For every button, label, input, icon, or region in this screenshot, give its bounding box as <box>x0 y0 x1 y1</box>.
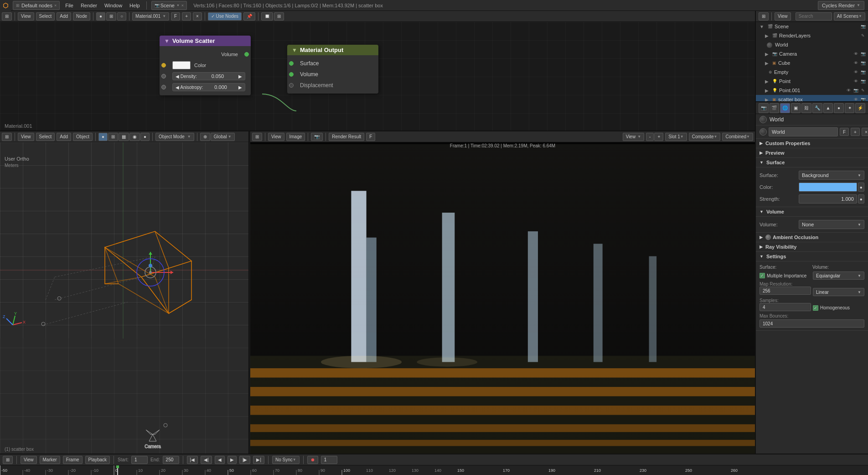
render-result-name[interactable]: Render Result <box>329 133 364 141</box>
render-view-type[interactable]: ⊞ <box>252 133 262 141</box>
outliner-item-scatterbox[interactable]: ▶ ▣ scatter box 👁 📷 <box>756 95 868 101</box>
node-volume-scatter[interactable]: ▼ Volume Scatter Volume Color <box>160 36 251 95</box>
viewport-mode-wire[interactable]: ⊞ <box>108 133 118 141</box>
scene-selector[interactable]: 📷 Scene ▼ × <box>151 1 187 10</box>
prop-scene-icon[interactable]: 🎬 <box>770 103 780 113</box>
socket-input-color[interactable] <box>161 63 166 68</box>
outliner-type[interactable]: ⊞ <box>759 12 769 21</box>
socket-input-disp[interactable] <box>289 83 294 88</box>
volume-header[interactable]: ▼ Volume <box>756 207 868 217</box>
world-del-btn[interactable]: × <box>862 128 868 136</box>
viewport-mode-tex[interactable]: ▦ <box>119 133 129 141</box>
object-mode-selector[interactable]: Object Mode ▼ <box>155 133 194 141</box>
jump-start-btn[interactable]: |◀ <box>187 456 198 464</box>
menu-render[interactable]: Render <box>77 0 101 11</box>
socket-input-density[interactable] <box>161 74 166 78</box>
max-bounces-input[interactable]: 1024 <box>760 319 864 328</box>
preview-header[interactable]: ▶ Preview <box>756 148 868 158</box>
menu-file[interactable]: File <box>62 0 77 11</box>
render-pin[interactable]: F <box>366 133 375 141</box>
select-menu[interactable]: Select <box>36 12 55 21</box>
timeline-view[interactable]: View <box>21 456 37 464</box>
use-pinned-btn[interactable]: 📌 <box>243 12 255 21</box>
strength-input[interactable]: 1.000 <box>799 194 857 204</box>
timeline-playback[interactable]: Playback <box>85 456 110 464</box>
current-frame[interactable]: 1 <box>321 456 337 464</box>
viewport-select[interactable]: Select <box>36 133 55 141</box>
outliner-view[interactable]: View <box>775 12 791 21</box>
linear-dropdown[interactable]: Linear ▼ <box>813 288 864 296</box>
color-picker[interactable] <box>799 183 857 192</box>
anisotropy-field[interactable]: ◀ Anisotropy: 0.000 ▶ <box>172 83 245 91</box>
del-datablock[interactable]: × <box>193 12 202 21</box>
viewport-mode-mat[interactable]: ◉ <box>129 133 140 141</box>
color-node-btn[interactable]: ● <box>858 183 864 192</box>
node-type-comp[interactable]: ○ <box>117 12 126 21</box>
end-frame[interactable]: 250 <box>163 456 179 464</box>
viewport-add[interactable]: Add <box>57 133 71 141</box>
editor-type-selector[interactable]: ⊞ Default nodes × <box>13 1 60 10</box>
volume-dropdown[interactable]: None ▼ <box>799 220 864 229</box>
use-nodes-btn[interactable]: ✓ Use Nodes <box>208 12 242 21</box>
viewport-type[interactable]: ⊞ <box>2 133 12 141</box>
world-add-btn[interactable]: + <box>851 128 860 136</box>
strength-node-btn[interactable]: ● <box>858 194 864 204</box>
ray-vis-header[interactable]: ▶ Ray Visibility <box>756 242 868 252</box>
render-zoom-out[interactable]: - <box>646 133 654 141</box>
jump-end-btn[interactable]: ▶| <box>253 456 264 464</box>
map-res-input[interactable]: 256 <box>760 287 811 295</box>
prop-particle-icon[interactable]: ✦ <box>845 103 855 113</box>
view-menu[interactable]: View <box>18 12 34 21</box>
add-menu[interactable]: Add <box>57 12 71 21</box>
ao-header[interactable]: ▶ Ambient Occlusion <box>756 233 868 242</box>
render-image-menu[interactable]: Image <box>286 133 305 141</box>
equiangular-dropdown[interactable]: Equiangular ▼ <box>813 271 864 280</box>
outliner-item-world[interactable]: World <box>756 40 868 49</box>
surface-dropdown[interactable]: Background ▼ <box>799 171 864 180</box>
viewport-view[interactable]: View <box>18 133 34 141</box>
render-slot[interactable]: Slot 1▼ <box>665 133 687 141</box>
settings-header[interactable]: ▼ Settings <box>756 252 868 261</box>
world-name-input[interactable] <box>769 127 838 136</box>
socket-input-surface[interactable] <box>289 61 294 66</box>
node-menu[interactable]: Node <box>73 12 90 21</box>
viewport-object[interactable]: Object <box>73 133 93 141</box>
timeline-type[interactable]: ⊞ <box>3 456 13 464</box>
node-type-mat[interactable]: ● <box>96 12 105 21</box>
prop-constraint-icon[interactable]: ⛓ <box>801 103 811 113</box>
node-type-tex[interactable]: ⊞ <box>106 12 116 21</box>
pin-btn[interactable]: F <box>171 12 180 21</box>
node-material-output[interactable]: ▼ Material Output Surface Volume <box>287 45 378 94</box>
socket-output-volume[interactable] <box>244 52 249 57</box>
surface-header[interactable]: ▼ Surface <box>756 158 868 167</box>
render-view-menu[interactable]: View <box>268 133 284 141</box>
outliner-item-point001[interactable]: ▶ 💡 Point.001 👁 📷 ✎ <box>756 86 868 95</box>
samples-input[interactable]: 4 <box>760 303 811 311</box>
snap-type[interactable]: ⊞ <box>274 12 284 21</box>
step-fwd-btn[interactable]: |▶ <box>239 456 251 464</box>
prop-physics-icon[interactable]: ⚡ <box>855 103 865 113</box>
prop-object-icon[interactable]: ▣ <box>791 103 801 113</box>
timeline-frame[interactable]: Frame <box>63 456 83 464</box>
play-back-btn[interactable]: ◀ <box>215 456 225 464</box>
step-back-btn[interactable]: ◀| <box>201 456 212 464</box>
viewport-mode-render[interactable]: ● <box>140 133 150 141</box>
socket-input-vol[interactable] <box>289 72 294 77</box>
mi-checkbox[interactable]: ✓ <box>760 273 765 278</box>
multiple-importance-check[interactable]: ✓ Multiple Importance <box>760 271 811 280</box>
prop-modifier-icon[interactable]: 🔧 <box>812 103 822 113</box>
transform-global[interactable]: Global ▼ <box>211 133 235 141</box>
hom-checkbox[interactable]: ✓ <box>813 305 818 311</box>
record-btn[interactable]: ⏺ <box>307 456 318 464</box>
node-editor-type[interactable]: ⊞ <box>2 12 12 21</box>
prop-data-icon[interactable]: ▲ <box>823 103 833 113</box>
menu-window[interactable]: Window <box>101 0 126 11</box>
sync-mode[interactable]: No Sync ▼ <box>272 456 300 464</box>
menu-help[interactable]: Help <box>126 0 144 11</box>
custom-properties-header[interactable]: ▶ Custom Properties <box>756 139 868 148</box>
render-type-icon[interactable]: 📷 <box>311 133 323 141</box>
outliner-item-empty[interactable]: ⊕ Empty 👁 📷 <box>756 68 868 77</box>
snap-btn[interactable]: 🔲 <box>261 12 273 21</box>
prop-render-icon[interactable]: 📷 <box>759 103 769 113</box>
render-combined[interactable]: Combined▼ <box>722 133 753 141</box>
